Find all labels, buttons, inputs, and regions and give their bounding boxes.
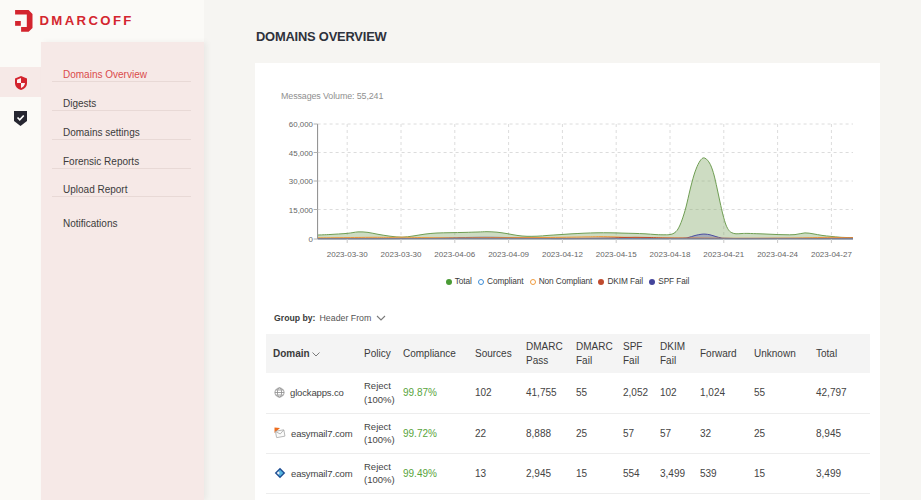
svg-text:15,000: 15,000: [289, 206, 314, 215]
svg-text:2023-04-15: 2023-04-15: [596, 250, 637, 259]
svg-text:2023-04-06: 2023-04-06: [434, 250, 475, 259]
svg-text:2023-03-30: 2023-03-30: [381, 250, 422, 259]
svg-text:0: 0: [309, 235, 314, 244]
svg-text:2023-04-12: 2023-04-12: [542, 250, 583, 259]
svg-text:2023-03-30: 2023-03-30: [327, 250, 368, 259]
svg-text:2023-04-21: 2023-04-21: [703, 250, 744, 259]
svg-text:30,000: 30,000: [289, 177, 314, 186]
svg-text:45,000: 45,000: [289, 149, 314, 158]
svg-text:2023-04-27: 2023-04-27: [811, 250, 852, 259]
svg-text:2023-04-24: 2023-04-24: [757, 250, 798, 259]
svg-text:60,000: 60,000: [289, 120, 314, 129]
svg-text:2023-04-18: 2023-04-18: [650, 250, 691, 259]
svg-text:2023-04-09: 2023-04-09: [488, 250, 529, 259]
